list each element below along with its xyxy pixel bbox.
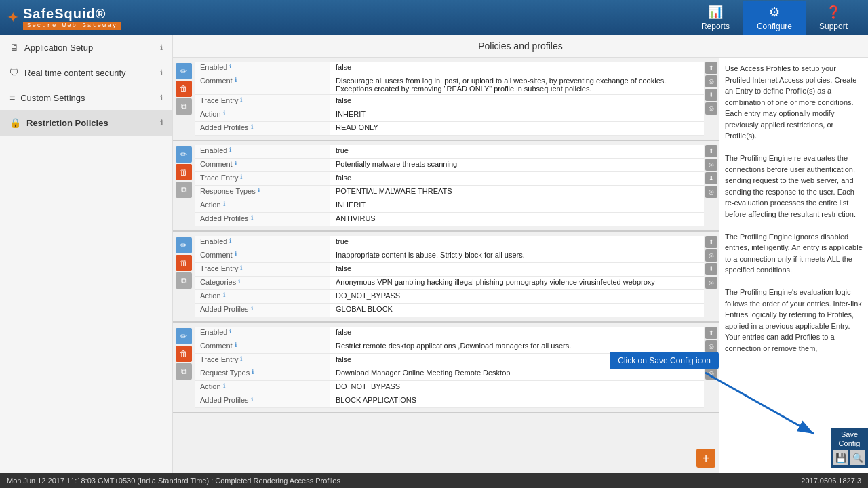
info-icon: ℹ — [160, 94, 163, 102]
save-disk-button[interactable]: 💾 — [833, 450, 848, 465]
scroll-top-btn-3[interactable]: ⬆ — [705, 236, 717, 248]
delete-button-4[interactable]: 🗑 — [176, 346, 192, 362]
field-val: DO_NOT_BYPASS — [330, 381, 704, 394]
copy-button-3[interactable]: ⧉ — [176, 272, 192, 289]
save-config-label: SaveConfig — [839, 430, 861, 448]
field-val: POTENTIAL MALWARE THREATS — [330, 186, 704, 199]
info-icon[interactable]: ℹ — [235, 160, 237, 167]
copy-button-2[interactable]: ⧉ — [176, 182, 192, 198]
page-title: Policies and profiles — [173, 35, 868, 58]
info-icon[interactable]: ℹ — [223, 110, 225, 117]
info-text: Use Access Profiles to setup your Profil… — [725, 63, 863, 142]
scroll-target-btn-4[interactable]: ◎ — [705, 340, 717, 352]
field-key: Trace Entry ℹ — [195, 95, 330, 108]
info-icon[interactable]: ℹ — [235, 77, 237, 83]
scroll-col-2: ⬆ ◎ ⬇ ◎ — [704, 144, 719, 228]
info-icon[interactable]: ℹ — [251, 123, 253, 130]
info-icon[interactable]: ℹ — [252, 369, 254, 375]
nav-reports[interactable]: 📊 Reports — [688, 1, 743, 35]
field-key: Trace Entry ℹ — [195, 263, 330, 276]
edit-button-1[interactable]: ✏ — [176, 63, 192, 79]
info-icon[interactable]: ℹ — [229, 328, 231, 335]
save-search-button[interactable]: 🔍 — [850, 450, 865, 465]
sidebar-item-restriction[interactable]: 🔒 Restriction Policies ℹ — [0, 110, 172, 136]
field-val: true — [330, 145, 704, 158]
copy-button-1[interactable]: ⧉ — [176, 98, 192, 115]
table-row: Action ℹ DO_NOT_BYPASS — [195, 381, 704, 394]
field-key: Action ℹ — [195, 290, 330, 303]
info-icon[interactable]: ℹ — [240, 96, 242, 103]
copy-button-4[interactable]: ⧉ — [176, 363, 192, 380]
delete-button-3[interactable]: 🗑 — [176, 255, 192, 271]
table-area[interactable]: ✏ 🗑 ⧉ Enabled ℹ false Comment ℹ Discoura… — [173, 58, 719, 473]
info-icon[interactable]: ℹ — [223, 382, 225, 389]
info-icon[interactable]: ℹ — [235, 342, 237, 348]
field-val: GLOBAL BLOCK — [330, 304, 704, 317]
sidebar-item-app-setup[interactable]: 🖥 Application Setup ℹ — [0, 35, 172, 60]
table-row: Action ℹ DO_NOT_BYPASS — [195, 290, 704, 304]
field-val: false — [330, 62, 704, 75]
info-icon[interactable]: ℹ — [229, 63, 231, 70]
logo-sub: Secure Web Gateway — [23, 22, 121, 30]
policy-actions-4: ✏ 🗑 ⧉ — [173, 325, 195, 409]
info-icon[interactable]: ℹ — [240, 355, 242, 362]
scroll-down-btn-3[interactable]: ⬇ — [705, 263, 717, 275]
add-policy-button[interactable]: + — [696, 449, 715, 468]
info-icon[interactable]: ℹ — [235, 251, 237, 258]
info-icon[interactable]: ℹ — [240, 174, 242, 180]
logo-image: SafeSquid® Secure Web Gateway — [23, 6, 121, 30]
info-icon[interactable]: ℹ — [238, 278, 240, 285]
field-key: Enabled ℹ — [195, 62, 330, 75]
realtime-icon: 🛡 — [9, 67, 19, 78]
policy-data-2: Enabled ℹ true Comment ℹ Potentially mal… — [195, 144, 704, 228]
scroll-target-btn-1[interactable]: ◎ — [705, 75, 717, 87]
nav-configure[interactable]: ⚙ Configure — [743, 1, 806, 35]
field-key: Request Types ℹ — [195, 367, 330, 380]
info-icon[interactable]: ℹ — [251, 396, 253, 403]
table-row: Trace Entry ℹ false — [195, 263, 704, 277]
scroll-top-btn-2[interactable]: ⬆ — [705, 145, 717, 157]
scroll-target2-btn-1[interactable]: ◎ — [705, 102, 717, 115]
scroll-target2-btn-3[interactable]: ◎ — [705, 277, 717, 289]
field-key: Action ℹ — [195, 108, 330, 121]
sidebar-item-realtime[interactable]: 🛡 Real time content security ℹ — [0, 60, 172, 85]
field-key: Trace Entry ℹ — [195, 354, 330, 367]
edit-button-4[interactable]: ✏ — [176, 328, 192, 344]
field-val: true — [330, 236, 704, 249]
table-row: Action ℹ INHERIT — [195, 199, 704, 213]
info-icon[interactable]: ℹ — [229, 146, 231, 153]
scroll-target2-btn-2[interactable]: ◎ — [705, 186, 717, 198]
edit-button-2[interactable]: ✏ — [176, 146, 192, 163]
info-icon[interactable]: ℹ — [251, 305, 253, 312]
info-icon[interactable]: ℹ — [258, 187, 260, 194]
header: ✦ SafeSquid® Secure Web Gateway 📊 Report… — [0, 0, 868, 35]
save-config-area: SaveConfig 💾 🔍 — [831, 428, 868, 468]
edit-button-3[interactable]: ✏ — [176, 237, 192, 253]
info-icon[interactable]: ℹ — [240, 264, 242, 271]
restriction-icon: 🔒 — [9, 117, 21, 128]
scroll-down-btn-2[interactable]: ⬇ — [705, 172, 717, 184]
info-icon[interactable]: ℹ — [223, 291, 225, 298]
scroll-down-btn-1[interactable]: ⬇ — [705, 89, 717, 101]
scroll-col-3: ⬆ ◎ ⬇ ◎ — [704, 235, 719, 319]
nav-support[interactable]: ❓ Support — [806, 1, 861, 35]
info-icon[interactable]: ℹ — [251, 214, 253, 221]
delete-button-2[interactable]: 🗑 — [176, 164, 192, 180]
scroll-target-btn-2[interactable]: ◎ — [705, 159, 717, 171]
status-right: 2017.0506.1827.3 — [801, 476, 861, 485]
field-key: Action ℹ — [195, 381, 330, 394]
info-icon[interactable]: ℹ — [229, 237, 231, 244]
delete-button-1[interactable]: 🗑 — [176, 81, 192, 97]
policy-block-1: ✏ 🗑 ⧉ Enabled ℹ false Comment ℹ Discoura… — [173, 58, 719, 141]
table-row: Response Types ℹ POTENTIAL MALWARE THREA… — [195, 186, 704, 199]
info-icon[interactable]: ℹ — [223, 201, 225, 207]
scroll-target-btn-3[interactable]: ◎ — [705, 249, 717, 262]
info-icon: ℹ — [160, 119, 163, 127]
scroll-top-btn-4[interactable]: ⬆ — [705, 327, 717, 339]
sidebar-item-custom[interactable]: ≡ Custom Settings ℹ — [0, 85, 172, 110]
field-val: Inappropriate content is abuse, Strictly… — [330, 249, 704, 262]
scroll-top-btn-1[interactable]: ⬆ — [705, 62, 717, 74]
field-val: READ ONLY — [330, 122, 704, 135]
table-row: Enabled ℹ false — [195, 327, 704, 340]
configure-label: Configure — [757, 22, 792, 31]
